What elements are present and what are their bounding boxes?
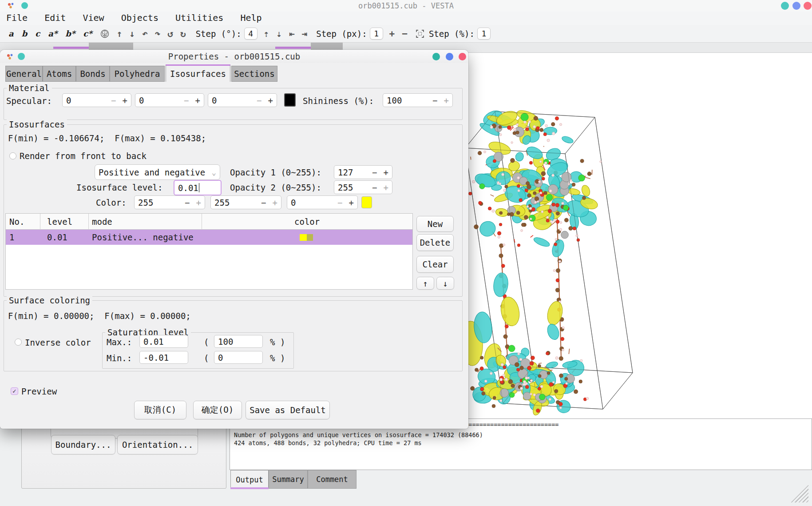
pan-right-icon[interactable]: ⇥ [302,28,308,39]
close-button[interactable] [804,2,812,10]
boundary-button[interactable]: Boundary... [51,435,115,454]
tab-bonds[interactable]: Bonds [76,66,110,82]
pan-left-icon[interactable]: ⇤ [289,28,295,39]
color-r-field[interactable]: 255 − + [134,195,205,209]
tab-sections[interactable]: Sections [231,66,277,82]
rotate-down-icon[interactable]: ↓ [129,28,135,39]
menu-help[interactable]: Help [240,12,261,23]
increment-button[interactable]: + [384,167,388,177]
tab-comment[interactable]: Comment [308,470,356,489]
step-pct-input[interactable]: 1 [477,28,491,40]
opacity2-field[interactable]: 255 − + [334,180,392,194]
specular-g-field[interactable]: 0 − + [135,93,204,107]
fit-view-icon[interactable] [416,29,424,38]
tab-atoms[interactable]: Atoms [43,66,76,82]
isosurfaces-legend: Isosurfaces [7,120,67,129]
increment-button[interactable]: + [273,198,277,207]
save-as-default-button[interactable]: Save as Default [246,401,330,419]
preview-checkbox[interactable]: ✓ [11,387,18,395]
move-down-button[interactable]: ↓ [436,277,454,290]
output-line-2: 424 atoms, 488 bonds, 32 polyhedra; CPU … [234,439,422,447]
step-deg-input[interactable]: 4 [244,28,257,40]
dialog-maximize-button[interactable] [446,53,453,60]
specular-r-field[interactable]: 0 − + [62,93,131,107]
redo-icon[interactable]: ↷ [155,28,161,39]
axis-b-button[interactable]: b [22,29,28,38]
tab-summary[interactable]: Summary [269,470,308,489]
minimize-button[interactable] [781,2,789,10]
zoom-out-icon[interactable]: − [402,28,408,39]
specular-label: Specular: [6,96,52,106]
increment-button[interactable]: + [196,198,201,207]
tab-isosurfaces[interactable]: Isosurfaces [166,64,230,82]
tab-output[interactable]: Output [230,470,269,489]
rotate-ccw-icon[interactable]: ↺ [167,28,173,39]
color-b-field[interactable]: 0 − + [287,195,358,209]
axis-c-button[interactable]: c [35,29,40,38]
cancel-button[interactable]: 取消(C) [134,401,186,419]
material-legend: Material [7,83,52,93]
increment-button[interactable]: + [349,198,354,207]
zoom-in-icon[interactable]: + [389,28,395,39]
saturation-min-input[interactable]: -0.01 [139,351,188,364]
tab-polyhedra[interactable]: Polyhedra [110,66,165,82]
axis-a-button[interactable]: a [8,29,14,38]
tab-general[interactable]: General [5,66,43,82]
dialog-dot-icon[interactable] [18,53,25,60]
clear-button[interactable]: Clear [416,256,454,273]
axis-c-star-button[interactable]: c* [83,29,92,38]
decrement-button[interactable]: − [184,96,189,105]
render-front-to-back-checkbox[interactable] [9,152,16,159]
resize-grip[interactable] [789,483,808,502]
axis-b-star-button[interactable]: b* [65,29,75,38]
decrement-button[interactable]: − [337,198,342,207]
increment-button[interactable]: + [195,96,200,105]
menu-file[interactable]: File [6,12,28,23]
decrement-button[interactable]: − [257,96,261,105]
undo-icon[interactable]: ↶ [142,28,148,39]
menu-edit[interactable]: Edit [44,12,66,23]
specular-b-field[interactable]: 0 − + [208,93,277,107]
menu-objects[interactable]: Objects [121,12,158,23]
tilt-up-icon[interactable]: ⇡ [264,28,269,39]
decrement-button[interactable]: − [372,183,377,192]
dialog-close-button[interactable] [459,53,466,60]
increment-button[interactable]: + [384,183,388,192]
shininess-field[interactable]: 100 − + [383,93,453,107]
tilt-down-icon[interactable]: ⇣ [276,28,282,39]
increment-button[interactable]: + [268,96,273,105]
saturation-min-pct-input[interactable]: 0 [214,351,263,364]
color-g-field[interactable]: 255 − + [210,195,281,209]
rotate-cw-icon[interactable]: ↻ [180,28,186,39]
menu-view[interactable]: View [83,12,104,23]
decrement-button[interactable]: − [432,96,437,105]
saturation-max-input[interactable]: 0.01 [139,335,188,348]
decrement-button[interactable]: − [372,167,377,177]
mode-select[interactable]: Positive and negative ⌄ [95,164,220,180]
new-button[interactable]: New [416,216,454,232]
dialog-minimize-button[interactable] [432,53,440,60]
window-dot-icon[interactable] [21,2,28,9]
opacity1-field[interactable]: 127 − + [334,165,392,179]
isosurface-color-swatch[interactable] [361,196,372,208]
decrement-button[interactable]: − [111,96,116,105]
menu-utilities[interactable]: Utilities [175,12,223,23]
rotate-up-icon[interactable]: ↑ [117,28,123,39]
ok-button[interactable]: 确定(O) [193,401,242,419]
axis-a-star-button[interactable]: a* [48,29,57,38]
increment-button[interactable]: + [444,96,449,105]
decrement-button[interactable]: − [185,198,190,207]
isosurface-table-row[interactable]: 1 0.01 Positive... negative [6,230,412,245]
saturation-max-pct-input[interactable]: 100 [214,335,263,348]
specular-color-swatch[interactable] [284,93,296,107]
isosurface-level-input[interactable]: 0.01 [174,180,222,195]
orientation-button[interactable]: Orientation... [117,435,198,454]
move-up-button[interactable]: ↑ [416,277,434,290]
step-px-input[interactable]: 1 [370,28,383,40]
maximize-button[interactable] [792,2,800,10]
polyhedron-view-icon[interactable] [100,29,110,39]
decrement-button[interactable]: − [261,198,266,207]
increment-button[interactable]: + [123,96,127,105]
delete-button[interactable]: Delete [416,234,454,251]
inverse-color-checkbox[interactable] [15,339,22,346]
